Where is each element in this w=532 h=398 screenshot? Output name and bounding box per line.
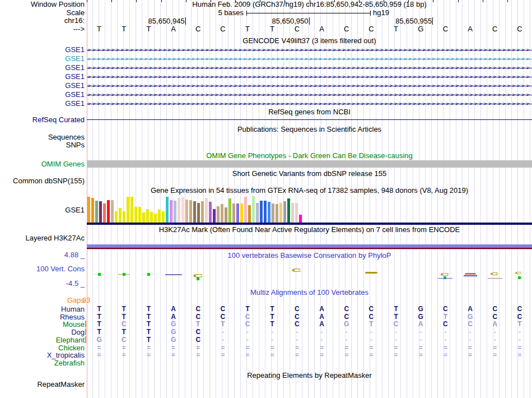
coordinate-label: 85,650,950 (272, 17, 309, 25)
alignment-base: - (211, 328, 235, 336)
alignment-base: C (211, 306, 235, 313)
gse1-direction-arrows: >>>>>>>>>>>>>>>>>>>>>>>>>>>>>>>>>>>>>>>>… (88, 84, 531, 89)
gaps-label[interactable]: Gaps (0, 297, 85, 304)
conservation-glyph-underline (488, 278, 502, 279)
base-letter: C (284, 25, 309, 33)
alignment-base: G (408, 306, 433, 313)
conservation-label[interactable]: 100 Vert. Cons (0, 265, 85, 273)
gtex-bar (252, 196, 255, 223)
species-orange-tick (85, 336, 86, 343)
conservation-glyph-line (165, 274, 182, 275)
common-dbsnp-label[interactable]: Common dbSNP(155) (0, 177, 85, 185)
gtex-bar (146, 209, 149, 223)
gtex-bar (221, 204, 223, 223)
base-letter: T (384, 25, 408, 33)
alignment-base: G (161, 321, 186, 328)
alignment-base: = (408, 351, 433, 359)
omim-track-title[interactable]: OMIM Gene Phenotypes - Dark Green Can Be… (87, 152, 532, 160)
gse1-direction-arrows: >>>>>>>>>>>>>>>>>>>>>>>>>>>>>>>>>>>>>>>>… (88, 57, 531, 62)
multiz-track-title[interactable]: Multiz Alignments of 100 Vertebrates (87, 289, 532, 297)
base-letter: T (87, 25, 111, 33)
alignment-base: - (310, 336, 334, 344)
alignment-base: - (458, 328, 483, 336)
gse1-row-label[interactable]: GSE1 (0, 64, 85, 72)
dbsnp-track-title[interactable]: Short Genetic Variants from dbSNP releas… (87, 170, 532, 178)
gtex-bar (154, 214, 157, 223)
gse1-row-label[interactable]: GSE1 (0, 46, 85, 54)
alignment-base: - (408, 328, 433, 336)
species-label[interactable]: Mouse (0, 321, 85, 328)
base-letter: C (359, 25, 384, 33)
omim-genes-item[interactable] (87, 160, 532, 168)
scale-label: Scale (0, 9, 85, 17)
alignment-base: A (310, 321, 334, 328)
repeatmasker-label[interactable]: RepeatMasker (0, 381, 85, 388)
gse1-row-label[interactable]: GSE1 (0, 82, 85, 90)
alignment-base: A (458, 306, 483, 313)
gse1-direction-arrows: >>>>>>>>>>>>>>>>>>>>>>>>>>>>>>>>>>>>>>>>… (88, 75, 531, 80)
alignment-base: T (111, 328, 136, 336)
alignment-base: C (186, 306, 211, 313)
alignment-base: - (507, 336, 532, 344)
conservation-track-title[interactable]: 100 vertebrates Basewise Conservation by… (87, 252, 532, 260)
repeatmasker-track-title[interactable]: Repeating Elements by RepeatMasker (87, 372, 532, 380)
alignment-base: = (235, 351, 260, 359)
species-label[interactable]: Elephant (0, 336, 85, 344)
alignment-base: C (433, 306, 458, 313)
alignment-base: - (458, 336, 483, 344)
species-label[interactable]: Human (0, 306, 85, 313)
gtex-expression-bars[interactable] (87, 196, 309, 223)
refseq-track-title[interactable]: RefSeq genes from NCBI (87, 108, 532, 116)
gse1-direction-arrows: >>>>>>>>>>>>>>>>>>>>>>>>>>>>>>>>>>>>>>>>… (88, 48, 531, 53)
species-label[interactable]: Dog (0, 328, 85, 336)
alignment-base: = (507, 351, 532, 359)
snps-label[interactable]: SNPs (0, 141, 85, 149)
scale-bases: 5 bases (87, 9, 244, 17)
publications-track-title[interactable]: Publications: Sequences in Scientific Ar… (87, 126, 532, 133)
gtex-bar (95, 201, 98, 223)
alignment-base: = (384, 351, 408, 359)
gaps-value: 33 (82, 297, 90, 304)
sequences-label[interactable]: Sequences (0, 133, 85, 141)
species-label[interactable]: Zebrafish (0, 359, 85, 367)
gtex-track-title[interactable]: Gene Expression in 54 tissues from GTEx … (87, 187, 532, 195)
gtex-bar (260, 201, 263, 223)
gse1-exon-bar[interactable] (87, 223, 532, 225)
species-orange-tick (85, 328, 86, 335)
gse1-row-label[interactable]: GSE1 (0, 55, 85, 63)
alignment-base: - (334, 336, 359, 344)
omim-genes-label[interactable]: OMIM Genes (0, 160, 85, 168)
gse1-row-label[interactable]: GSE1 (0, 91, 85, 99)
refseq-curated-label[interactable]: RefSeq Curated (0, 116, 85, 124)
alignment-base: - (235, 328, 260, 336)
alignment-base: T (136, 306, 161, 313)
gtex-gse1-label[interactable]: GSE1 (0, 206, 85, 214)
gtex-bar (99, 201, 102, 223)
alignment-base: C (483, 306, 507, 313)
refseq-curated-item[interactable] (87, 119, 532, 120)
conservation-glyph-underline (438, 278, 452, 279)
gse1-row-label[interactable]: GSE1 (0, 100, 85, 108)
alignment-base: = (359, 351, 384, 359)
alignment-base: = (186, 351, 211, 359)
alignment-base: A (161, 306, 186, 313)
coordinate-label: 85,650,945 (148, 17, 186, 25)
h3k27ac-track-title[interactable]: H3K27Ac Mark (Often Found Near Active Re… (87, 226, 532, 234)
gtex-bar (205, 198, 208, 223)
gtex-bar (162, 211, 165, 223)
species-label[interactable]: X_tropicalis (0, 351, 85, 359)
layered-h3k27ac-label[interactable]: Layered H3K27Ac (0, 234, 85, 242)
h3k27ac-signal-base (87, 249, 532, 249)
alignment-base: T (359, 321, 384, 328)
gse1-row-label[interactable]: GSE1 (0, 73, 85, 81)
alignment-base: - (507, 328, 532, 336)
alignment-base: T (87, 306, 111, 313)
alignment-base: G (161, 328, 186, 336)
gencode-track-title[interactable]: GENCODE V49lift37 (3 items filtered out) (87, 37, 532, 45)
conservation-glyph-dot (518, 276, 521, 279)
gtex-bar (87, 197, 90, 223)
alignment-base: G (334, 321, 359, 328)
alignment-base: T (211, 321, 235, 328)
conservation-max-label: 4.88 _ (0, 251, 85, 259)
alignment-base: T (260, 321, 284, 328)
